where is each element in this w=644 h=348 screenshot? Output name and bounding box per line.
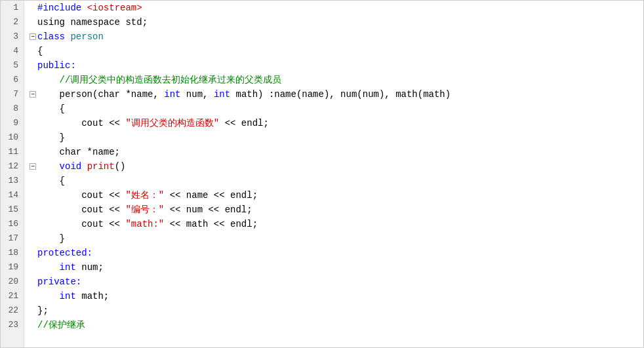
- token: "math:": [125, 217, 164, 231]
- token: num,: [180, 87, 213, 102]
- token: {: [37, 44, 43, 58]
- token: << endl;: [219, 116, 269, 130]
- token: [81, 159, 87, 174]
- token: void: [60, 159, 82, 174]
- token: "编号：": [125, 203, 164, 217]
- code-line: }: [30, 130, 643, 145]
- line-number: 3: [6, 29, 18, 44]
- token: << math << endl;: [164, 217, 258, 231]
- code-line: int num;: [30, 260, 643, 275]
- token: using namespace std;: [37, 15, 148, 29]
- line-number: 1: [6, 1, 18, 15]
- line-numbers: 1234567891011121314151617181920212223: [1, 1, 24, 347]
- line-number: 5: [6, 58, 18, 73]
- line-number: 13: [6, 174, 18, 188]
- token: int: [214, 87, 230, 102]
- line-number: 18: [6, 246, 18, 260]
- code-line: − void print(): [30, 159, 643, 174]
- code-line: cout << "姓名：" << name << endl;: [30, 188, 643, 203]
- token: << num << endl;: [164, 203, 252, 217]
- code-editor: 1234567891011121314151617181920212223 #i…: [0, 0, 644, 348]
- token: math;: [76, 289, 109, 303]
- token: protected:: [37, 246, 92, 260]
- code-line: char *name;: [30, 145, 643, 159]
- token: #include: [37, 1, 87, 15]
- token: << name << endl;: [164, 188, 258, 203]
- line-number: 20: [6, 275, 18, 289]
- line-number: 15: [6, 203, 18, 217]
- line-number: 9: [6, 116, 18, 130]
- token: cout <<: [37, 188, 125, 203]
- line-number: 14: [6, 188, 18, 203]
- line-number: 10: [6, 130, 18, 145]
- line-number: 4: [6, 44, 18, 58]
- token: public:: [37, 58, 76, 73]
- fold-marker[interactable]: −: [30, 91, 36, 98]
- token: cout <<: [37, 217, 125, 231]
- token: (): [115, 159, 126, 174]
- line-number: 8: [6, 102, 18, 116]
- line-number: 22: [6, 303, 18, 318]
- token: }: [37, 231, 65, 246]
- fold-marker[interactable]: −: [30, 33, 36, 40]
- token: class: [37, 29, 70, 44]
- token: person: [70, 29, 103, 44]
- token: //保护继承: [37, 318, 85, 332]
- code-line: −class person: [30, 29, 643, 44]
- token: private:: [37, 275, 81, 289]
- token: print: [87, 159, 115, 174]
- line-number: 7: [6, 87, 18, 102]
- token: [37, 260, 60, 275]
- code-line: cout << "math:" << math << endl;: [30, 217, 643, 231]
- token: math) :name(name), num(num), math(math): [230, 87, 451, 102]
- code-line: int math;: [30, 289, 643, 303]
- token: [37, 159, 60, 174]
- code-line: #include <iostream>: [30, 1, 643, 15]
- token: char *name;: [37, 145, 120, 159]
- line-number: 21: [6, 289, 18, 303]
- line-number: 6: [6, 73, 18, 87]
- token: }: [37, 130, 65, 145]
- code-line: //调用父类中的构造函数去初始化继承过来的父类成员: [30, 73, 643, 87]
- token: "调用父类的构造函数": [125, 116, 219, 130]
- token: [37, 289, 60, 303]
- code-area: 1234567891011121314151617181920212223 #i…: [1, 1, 643, 347]
- code-line: }: [30, 231, 643, 246]
- token: cout <<: [37, 116, 125, 130]
- token: cout <<: [37, 203, 125, 217]
- token: int: [60, 260, 76, 275]
- code-line: private:: [30, 275, 643, 289]
- code-line: {: [30, 102, 643, 116]
- token: "姓名：": [125, 188, 164, 203]
- code-line: cout << "调用父类的构造函数" << endl;: [30, 116, 643, 130]
- token: int: [60, 289, 76, 303]
- token: <iostream>: [87, 1, 142, 15]
- token: };: [37, 303, 49, 318]
- token: num;: [76, 260, 104, 275]
- token: person(char *name,: [37, 87, 164, 102]
- code-line: {: [30, 174, 643, 188]
- token: {: [37, 102, 65, 116]
- fold-marker[interactable]: −: [30, 163, 36, 170]
- code-line: − person(char *name, int num, int math) …: [30, 87, 643, 102]
- code-line: {: [30, 44, 643, 58]
- line-number: 11: [6, 145, 18, 159]
- token: //调用父类中的构造函数去初始化继承过来的父类成员: [37, 73, 281, 87]
- code-line: };: [30, 303, 643, 318]
- code-line: public:: [30, 58, 643, 73]
- line-number: 12: [6, 159, 18, 174]
- token: int: [164, 87, 180, 102]
- line-number: 19: [6, 260, 18, 275]
- line-number: 16: [6, 217, 18, 231]
- code-content[interactable]: #include <iostream>using namespace std;−…: [24, 1, 643, 347]
- token: {: [37, 174, 65, 188]
- code-line: cout << "编号：" << num << endl;: [30, 203, 643, 217]
- line-number: 2: [6, 15, 18, 29]
- line-number: 23: [6, 318, 18, 332]
- code-line: //保护继承: [30, 318, 643, 332]
- code-line: protected:: [30, 246, 643, 260]
- code-line: using namespace std;: [30, 15, 643, 29]
- line-number: 17: [6, 231, 18, 246]
